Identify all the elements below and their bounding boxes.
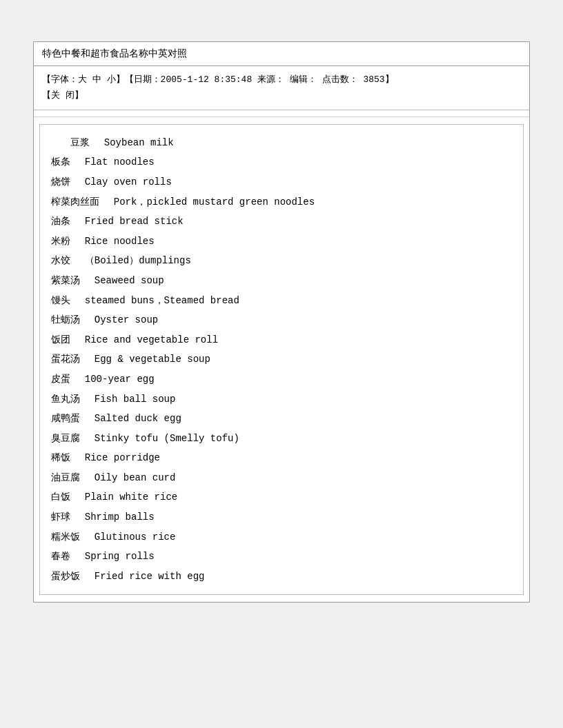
list-item: 水饺 （Boiled）dumplings xyxy=(51,251,512,271)
food-en: Fried rice with egg xyxy=(83,571,204,582)
info-line1: 【字体：大 中 小】【日期：2005-1-12 8:35:48 来源： 编辑： … xyxy=(42,72,521,88)
food-zh: 虾球 xyxy=(51,512,70,523)
food-zh: 烧饼 xyxy=(51,176,70,188)
list-item: 馒头 steamed buns，Steamed bread xyxy=(51,291,512,311)
food-en: Salted duck egg xyxy=(83,413,181,424)
food-en: steamed buns，Steamed bread xyxy=(73,295,239,306)
food-en: 100-year egg xyxy=(73,374,155,385)
divider xyxy=(34,110,529,117)
food-en: Oyster soup xyxy=(83,314,158,325)
list-item: 榨菜肉丝面 Pork，pickled mustard green noodles xyxy=(51,192,512,212)
food-en: Egg & vegetable soup xyxy=(83,354,210,365)
list-item: 油豆腐 Oily bean curd xyxy=(51,468,512,488)
food-en: （Boiled）dumplings xyxy=(73,255,191,266)
list-item: 皮蛋 100-year egg xyxy=(51,370,512,390)
food-zh: 糯米饭 xyxy=(51,532,80,543)
food-list: 豆浆 Soybean milk板条 Flat noodles烧饼 Clay ov… xyxy=(39,124,524,596)
food-zh: 豆浆 xyxy=(70,137,90,148)
list-item: 臭豆腐 Stinky tofu (Smelly tofu) xyxy=(51,429,512,449)
food-zh: 皮蛋 xyxy=(51,374,70,385)
list-item: 蛋花汤 Egg & vegetable soup xyxy=(51,350,512,370)
food-en: Fish ball soup xyxy=(83,394,175,405)
info-line2[interactable]: 【关 闭】 xyxy=(42,88,521,103)
food-zh: 牡蛎汤 xyxy=(51,314,80,325)
food-en: Rice and vegetable roll xyxy=(73,334,218,345)
food-en: Soybean milk xyxy=(92,137,174,148)
list-item: 油条 Fried bread stick xyxy=(51,212,512,232)
food-en: Oily bean curd xyxy=(83,472,175,483)
food-zh: 春卷 xyxy=(51,551,70,562)
list-item: 鱼丸汤 Fish ball soup xyxy=(51,390,512,410)
list-item: 紫菜汤 Seaweed soup xyxy=(51,271,512,291)
food-zh: 水饺 xyxy=(51,255,70,266)
food-en: Fried bread stick xyxy=(73,216,184,227)
list-item: 稀饭 Rice porridge xyxy=(51,448,512,468)
list-item: 饭团 Rice and vegetable roll xyxy=(51,330,512,350)
food-zh: 饭团 xyxy=(51,334,70,345)
food-zh: 米粉 xyxy=(51,236,70,247)
food-zh: 板条 xyxy=(51,156,70,168)
page-title: 特色中餐和超市食品名称中英对照 xyxy=(42,48,187,59)
food-zh: 稀饭 xyxy=(51,452,70,463)
list-item: 蛋炒饭 Fried rice with egg xyxy=(51,567,512,587)
food-en: Clay oven rolls xyxy=(73,176,172,188)
food-en: Shrimp balls xyxy=(73,512,155,523)
list-item: 米粉 Rice noodles xyxy=(51,232,512,252)
food-zh: 油豆腐 xyxy=(51,472,80,483)
food-en: Rice noodles xyxy=(73,236,155,247)
food-en: Glutinous rice xyxy=(83,532,175,543)
food-en: Spring rolls xyxy=(73,551,155,562)
list-item: 虾球 Shrimp balls xyxy=(51,507,512,527)
list-item: 春卷 Spring rolls xyxy=(51,547,512,567)
food-en: Pork，pickled mustard green noodles xyxy=(102,196,315,208)
list-item: 烧饼 Clay oven rolls xyxy=(51,172,512,192)
food-zh: 鱼丸汤 xyxy=(51,394,80,405)
food-zh: 咸鸭蛋 xyxy=(51,413,80,424)
food-zh: 蛋炒饭 xyxy=(51,571,80,582)
list-item: 牡蛎汤 Oyster soup xyxy=(51,310,512,330)
food-en: Seaweed soup xyxy=(83,275,164,286)
info-bar: 【字体：大 中 小】【日期：2005-1-12 8:35:48 来源： 编辑： … xyxy=(34,66,529,110)
food-zh: 油条 xyxy=(51,216,70,227)
food-zh: 榨菜肉丝面 xyxy=(51,196,99,208)
food-en: Rice porridge xyxy=(73,452,160,463)
food-en: Stinky tofu (Smelly tofu) xyxy=(83,433,239,444)
food-zh: 臭豆腐 xyxy=(51,433,80,444)
food-zh: 蛋花汤 xyxy=(51,354,80,365)
main-container: 特色中餐和超市食品名称中英对照 【字体：大 中 小】【日期：2005-1-12 … xyxy=(33,41,530,603)
food-zh: 紫菜汤 xyxy=(51,275,80,286)
list-item: 板条 Flat noodles xyxy=(51,152,512,172)
list-item: 白饭 Plain white rice xyxy=(51,487,512,507)
list-item: 豆浆 Soybean milk xyxy=(51,133,512,153)
list-item: 糯米饭 Glutinous rice xyxy=(51,527,512,547)
list-item: 咸鸭蛋 Salted duck egg xyxy=(51,409,512,429)
food-zh: 白饭 xyxy=(51,492,70,503)
food-en: Plain white rice xyxy=(73,492,177,503)
food-en: Flat noodles xyxy=(73,156,155,168)
title-bar: 特色中餐和超市食品名称中英对照 xyxy=(34,42,529,66)
food-zh: 馒头 xyxy=(51,295,70,306)
